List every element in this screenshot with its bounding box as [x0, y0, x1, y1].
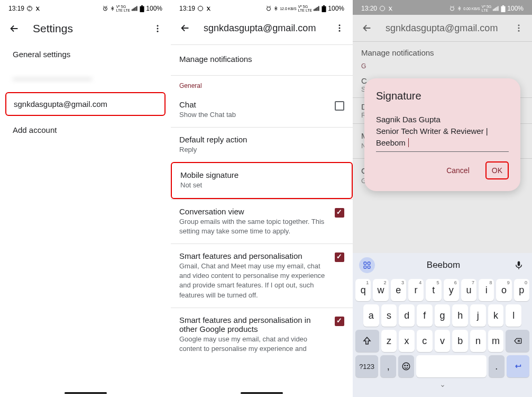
- shift-key[interactable]: [355, 330, 379, 352]
- svg-point-33: [518, 24, 520, 26]
- svg-rect-15: [315, 8, 316, 11]
- default-reply-setting[interactable]: Default reply action Reply: [171, 127, 353, 162]
- key-x[interactable]: x: [399, 330, 415, 352]
- svg-point-13: [267, 7, 271, 11]
- dialog-title: Signature: [376, 90, 509, 102]
- svg-rect-27: [494, 8, 496, 11]
- svg-rect-17: [317, 7, 318, 11]
- key-f[interactable]: f: [417, 304, 433, 327]
- chat-checkbox[interactable]: [335, 101, 344, 111]
- key-g[interactable]: g: [435, 304, 451, 327]
- data-speed: 12.0 KB/S: [280, 7, 297, 11]
- key-r[interactable]: r4: [408, 279, 424, 301]
- backspace-key[interactable]: [506, 330, 529, 352]
- net-indicator: Vº 5GLTE: [482, 5, 492, 12]
- back-arrow-icon[interactable]: [179, 22, 191, 34]
- key-j[interactable]: j: [470, 304, 486, 327]
- status-time: 13:19: [8, 5, 24, 12]
- manage-notifications-bg: Manage notifications: [353, 42, 532, 60]
- keyboard-suggestion[interactable]: Beebom: [375, 260, 512, 270]
- bg-g: G: [353, 60, 532, 72]
- svg-rect-19: [323, 5, 325, 6]
- period-key[interactable]: .: [489, 355, 505, 377]
- home-indicator[interactable]: [65, 392, 107, 394]
- key-e[interactable]: e3: [391, 279, 406, 301]
- general-settings-item[interactable]: General settings: [0, 42, 171, 66]
- key-m[interactable]: m: [488, 330, 504, 352]
- key-w[interactable]: w2: [373, 279, 388, 301]
- key-d[interactable]: d: [399, 304, 415, 327]
- key-o[interactable]: o9: [496, 279, 511, 301]
- status-time: 13:19: [179, 5, 195, 12]
- comma-key[interactable]: ,: [380, 355, 396, 377]
- keyboard-nav-handle[interactable]: [353, 379, 532, 393]
- more-icon[interactable]: [153, 24, 162, 33]
- enter-key[interactable]: [507, 355, 529, 377]
- signal-icon: [493, 6, 499, 11]
- mobile-signature-setting-highlighted[interactable]: Mobile signature Not set: [171, 162, 353, 198]
- manage-notifications-item[interactable]: Manage notifications: [171, 45, 353, 67]
- key-k[interactable]: k: [488, 304, 504, 327]
- svg-rect-5: [135, 7, 136, 11]
- ok-button-highlighted[interactable]: OK: [485, 161, 509, 179]
- svg-rect-2: [132, 10, 133, 11]
- emoji-key[interactable]: [398, 355, 414, 377]
- back-arrow-icon[interactable]: [8, 23, 20, 34]
- more-icon[interactable]: [335, 23, 344, 33]
- svg-rect-4: [134, 8, 135, 11]
- add-account-item[interactable]: Add account: [0, 118, 171, 142]
- keyboard-menu-icon[interactable]: [359, 257, 375, 273]
- key-y[interactable]: y6: [444, 279, 459, 301]
- key-z[interactable]: z: [381, 330, 397, 352]
- key-q[interactable]: q1: [355, 279, 371, 301]
- key-v[interactable]: v: [435, 330, 451, 352]
- key-h[interactable]: h: [452, 304, 468, 327]
- key-a[interactable]: a: [363, 304, 379, 327]
- keyboard-row-1: q1w2e3r4t5y6u7i8o9p0: [353, 277, 532, 303]
- key-n[interactable]: n: [470, 330, 486, 352]
- smart-features-setting[interactable]: Smart features and personalisation Gmail…: [171, 243, 353, 308]
- home-indicator[interactable]: [241, 392, 283, 394]
- account-item-highlighted[interactable]: sgnkdasgupta@gmail.com: [5, 92, 166, 116]
- space-key[interactable]: [416, 355, 487, 377]
- page-title: sgnkdasgupta@gmail.com: [204, 23, 322, 34]
- blurred-account-item[interactable]: ——————————: [0, 66, 171, 90]
- key-c[interactable]: c: [417, 330, 433, 352]
- svg-point-43: [407, 365, 408, 366]
- signature-dialog: Signature Sagnik Das Gupta Senior Tech W…: [364, 78, 520, 191]
- section-general-label: General: [171, 76, 353, 93]
- smart2-title: Smart features and personalisation in ot…: [179, 315, 328, 333]
- keyboard-row-3: zxcvbnm: [353, 328, 532, 354]
- conv-checkbox[interactable]: [335, 208, 344, 218]
- conversation-view-setting[interactable]: Conversation view Group emails with the …: [171, 199, 353, 243]
- key-l[interactable]: l: [506, 304, 521, 327]
- svg-rect-14: [314, 10, 315, 11]
- svg-point-25: [451, 7, 454, 11]
- bluetooth-icon: [110, 5, 115, 12]
- svg-point-41: [402, 363, 410, 370]
- signature-input[interactable]: Sagnik Das Gupta Senior Tech Writer & Re…: [376, 114, 509, 152]
- signature-title: Mobile signature: [180, 170, 337, 179]
- key-s[interactable]: s: [381, 304, 397, 327]
- x-icon: [388, 6, 393, 12]
- alarm-icon: [102, 5, 108, 12]
- symbols-key[interactable]: ?123: [355, 355, 378, 377]
- chat-title: Chat: [179, 100, 328, 109]
- keyboard-row-4: ?123 , .: [353, 354, 532, 379]
- svg-point-11: [157, 31, 159, 32]
- svg-rect-40: [518, 261, 520, 266]
- key-b[interactable]: b: [452, 330, 468, 352]
- mic-icon[interactable]: [512, 258, 526, 272]
- key-p[interactable]: p0: [514, 279, 529, 301]
- svg-rect-37: [368, 262, 370, 265]
- cancel-button[interactable]: Cancel: [446, 166, 470, 175]
- smart-features-google-setting[interactable]: Smart features and personalisation in ot…: [171, 308, 353, 361]
- battery-icon: [322, 5, 326, 12]
- chat-setting[interactable]: Chat Show the Chat tab: [171, 93, 353, 127]
- conv-title: Conversation view: [179, 207, 328, 216]
- smart1-checkbox[interactable]: [335, 252, 344, 262]
- key-i[interactable]: i8: [479, 279, 494, 301]
- key-t[interactable]: t5: [426, 279, 441, 301]
- smart2-checkbox[interactable]: [335, 317, 344, 326]
- key-u[interactable]: u7: [461, 279, 476, 301]
